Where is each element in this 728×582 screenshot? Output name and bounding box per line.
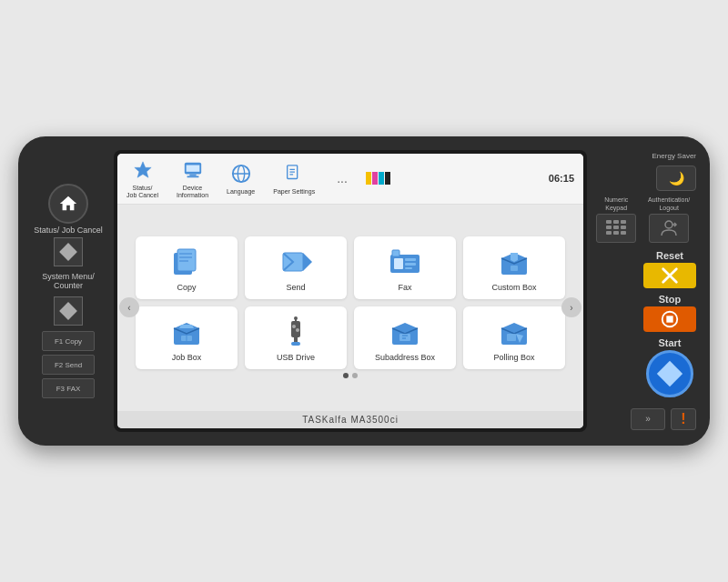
bottom-right-row: » ! bbox=[631, 408, 696, 430]
yellow-bar bbox=[366, 172, 371, 185]
system-menu-label: System Menu/ Counter bbox=[32, 272, 105, 292]
svg-rect-44 bbox=[621, 226, 626, 229]
diamond-icon bbox=[59, 243, 77, 261]
start-group: Start bbox=[646, 337, 693, 397]
nav-arrow-right[interactable]: › bbox=[561, 297, 581, 317]
exclaim-button[interactable]: ! bbox=[671, 408, 696, 430]
svg-rect-45 bbox=[606, 231, 612, 235]
stop-button[interactable] bbox=[643, 306, 696, 332]
model-label: TASKalfa MA3500ci bbox=[117, 411, 583, 428]
svg-point-48 bbox=[665, 221, 672, 228]
send-button[interactable]: Send bbox=[245, 236, 347, 299]
subaddress-box-label: Subaddress Box bbox=[375, 353, 435, 362]
topbar-device-info[interactable]: DeviceInformation bbox=[177, 157, 208, 200]
dots-indicator bbox=[343, 373, 358, 378]
svg-rect-25 bbox=[511, 266, 518, 271]
svg-rect-2 bbox=[189, 175, 196, 176]
dot-2 bbox=[352, 373, 358, 378]
dot-1 bbox=[343, 373, 349, 378]
svg-rect-38 bbox=[507, 334, 516, 341]
topbar-paper-settings[interactable]: Paper Settings bbox=[273, 161, 315, 196]
cyan-bar bbox=[379, 172, 384, 185]
magenta-bar bbox=[372, 172, 378, 185]
f2-send-label: F2 Send bbox=[55, 361, 82, 369]
right-panel: Energy Saver 🌙 Numeric Keypad bbox=[596, 152, 696, 430]
f1-copy-button[interactable]: F1 Copy bbox=[42, 331, 95, 351]
job-box-button[interactable]: Job Box bbox=[136, 306, 238, 369]
copy-icon bbox=[170, 246, 203, 278]
topbar-paper-label: Paper Settings bbox=[273, 188, 315, 196]
screen-container: Status/Job Cancel DeviceInformation bbox=[114, 150, 587, 432]
polling-box-button[interactable]: Polling Box bbox=[463, 306, 565, 369]
numeric-keypad-col: Numeric Keypad bbox=[596, 196, 636, 243]
reset-button[interactable] bbox=[643, 263, 696, 288]
f1-copy-label: F1 Copy bbox=[55, 337, 82, 346]
topbar-language[interactable]: Language bbox=[227, 161, 255, 196]
language-icon bbox=[228, 161, 254, 186]
stop-label: Stop bbox=[659, 294, 681, 305]
fn-buttons: F1 Copy F2 Send F3 FAX bbox=[32, 331, 105, 398]
status-job-cancel-label: Status/ Job Cancel bbox=[34, 226, 103, 236]
topbar-status-label: Status/Job Cancel bbox=[126, 185, 158, 200]
moon-icon: 🌙 bbox=[669, 171, 684, 186]
left-panel: Status/ Job Cancel System Menu/ Counter … bbox=[32, 184, 105, 398]
screen: Status/Job Cancel DeviceInformation bbox=[117, 154, 583, 428]
svg-rect-21 bbox=[405, 258, 416, 261]
nav-arrow-left[interactable]: ‹ bbox=[119, 297, 139, 317]
copy-button[interactable]: Copy bbox=[136, 236, 238, 299]
svg-rect-46 bbox=[613, 231, 619, 235]
svg-marker-0 bbox=[134, 162, 150, 177]
system-menu-button[interactable] bbox=[54, 296, 83, 326]
home-button[interactable] bbox=[48, 184, 88, 224]
f3-fax-button[interactable]: F3 FAX bbox=[42, 378, 95, 398]
svg-rect-39 bbox=[606, 220, 612, 224]
black-bar bbox=[385, 172, 390, 185]
numeric-keypad-label: Numeric Keypad bbox=[596, 196, 636, 212]
keypad-section: Numeric Keypad bbox=[596, 196, 696, 243]
svg-rect-47 bbox=[621, 231, 626, 235]
svg-marker-18 bbox=[303, 253, 312, 271]
topbar-more-button[interactable]: ... bbox=[337, 171, 348, 186]
svg-rect-30 bbox=[291, 342, 300, 346]
f2-send-button[interactable]: F2 Send bbox=[42, 355, 95, 375]
auth-logout-button[interactable] bbox=[649, 214, 689, 243]
usb-drive-label: USB Drive bbox=[277, 353, 315, 362]
exclaim-icon: ! bbox=[681, 411, 685, 427]
topbar-device-label: DeviceInformation bbox=[177, 185, 208, 200]
f3-fax-label: F3 FAX bbox=[56, 385, 81, 393]
svg-point-32 bbox=[296, 328, 299, 332]
fax-icon bbox=[389, 246, 421, 278]
svg-rect-24 bbox=[392, 250, 399, 256]
status-diamond-button[interactable] bbox=[54, 237, 83, 266]
home-button-container: Status/ Job Cancel bbox=[34, 184, 103, 266]
forward-button[interactable]: » bbox=[631, 408, 665, 430]
energy-saver-button[interactable]: 🌙 bbox=[656, 166, 696, 191]
topbar-status-job-cancel[interactable]: Status/Job Cancel bbox=[126, 157, 158, 200]
main-content: ‹ Copy bbox=[117, 205, 583, 411]
topbar-language-label: Language bbox=[227, 188, 255, 196]
svg-rect-42 bbox=[606, 226, 612, 229]
subaddress-box-button[interactable]: Subaddress Box bbox=[354, 306, 456, 369]
fax-button[interactable]: Fax bbox=[354, 236, 456, 299]
top-bar: Status/Job Cancel DeviceInformation bbox=[117, 154, 583, 205]
svg-rect-35 bbox=[399, 334, 410, 341]
usb-drive-icon bbox=[279, 316, 312, 348]
svg-rect-23 bbox=[405, 267, 412, 269]
custom-box-button[interactable]: Custom Box bbox=[463, 236, 565, 299]
subaddress-box-icon bbox=[389, 316, 421, 348]
auth-logout-label: Authentication/ Logout bbox=[642, 196, 696, 212]
svg-rect-51 bbox=[666, 316, 672, 322]
numeric-keypad-button[interactable] bbox=[596, 214, 636, 243]
action-buttons: Reset Stop Start bbox=[643, 250, 696, 397]
reset-group: Reset bbox=[643, 250, 696, 288]
usb-drive-button[interactable]: USB Drive bbox=[245, 306, 347, 369]
start-button[interactable] bbox=[646, 350, 693, 397]
right-top-section: Energy Saver 🌙 Numeric Keypad bbox=[596, 152, 696, 243]
reset-label: Reset bbox=[656, 250, 683, 261]
color-indicator bbox=[366, 172, 390, 185]
auth-logout-col: Authentication/ Logout bbox=[642, 196, 696, 243]
app-grid: Copy Send bbox=[136, 236, 565, 369]
svg-rect-4 bbox=[186, 166, 199, 172]
fax-label: Fax bbox=[398, 283, 411, 292]
paper-settings-icon bbox=[281, 161, 307, 186]
